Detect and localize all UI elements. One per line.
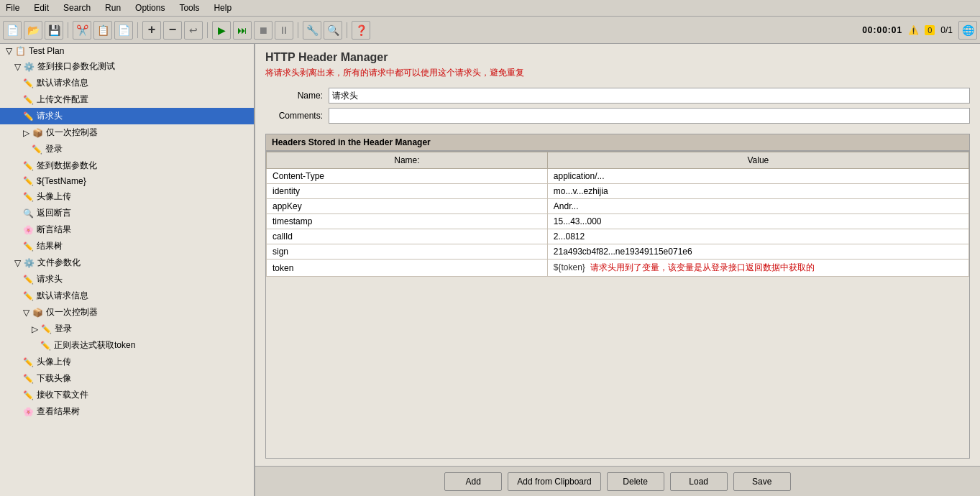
header-name-cell: token (267, 260, 548, 277)
tree-item-receive-download[interactable]: ✏️ 接收下载文件 (0, 387, 254, 403)
add-clipboard-button[interactable]: Add from Clipboard (508, 472, 600, 491)
menu-run[interactable]: Run (102, 1, 124, 14)
cut-button[interactable]: ✂️ (73, 21, 91, 40)
paste-button[interactable]: 📄 (114, 21, 133, 40)
add-button[interactable]: Add (444, 472, 502, 491)
table-row[interactable]: appKeyAndr... (267, 199, 969, 214)
menu-help[interactable]: Help (211, 1, 234, 14)
stop-button[interactable]: ⏹ (254, 21, 273, 40)
tree-item-default-req2[interactable]: ✏️ 默认请求信息 (0, 288, 254, 304)
tree-label: 默认请求信息 (37, 77, 88, 89)
menu-search[interactable]: Search (60, 1, 93, 14)
tree-icon-img: ✏️ (23, 275, 34, 285)
tree-label: 请求头 (37, 110, 63, 122)
tree-icon-img: 🌸 (23, 407, 34, 417)
tree-arrow: ▽ (23, 308, 29, 318)
name-row: Name: (265, 88, 970, 104)
tree-label: 下载头像 (37, 372, 71, 385)
header-value-cell: application/... (547, 169, 968, 184)
run-no-pause-button[interactable]: ⏭ (233, 21, 252, 40)
tree-icon-img: 📦 (32, 308, 43, 318)
globe-button[interactable]: 🌐 (958, 21, 977, 40)
open-button[interactable]: 📂 (24, 21, 42, 40)
toolbar-sep-2 (137, 22, 138, 38)
tree-item-avatar-upload[interactable]: ✏️ 头像上传 (0, 188, 254, 205)
tree-item-view-tree[interactable]: 🌸 查看结果树 (0, 403, 254, 420)
tree-item-download[interactable]: ✏️ 下载头像 (0, 370, 254, 387)
comments-input[interactable] (329, 108, 970, 124)
header-value-cell: Andr... (547, 199, 968, 214)
ratio-display: 0/1 (940, 25, 953, 35)
headers-section-title: Headers Stored in the Header Manager (265, 134, 970, 151)
tree-icon: ▽ (6, 46, 12, 56)
header-value-cell: mo...v...ezhijia (547, 184, 968, 199)
tree-item-login2[interactable]: ▷ ✏️ 登录 (0, 321, 254, 337)
tree-icon-img: ⚙️ (24, 258, 35, 268)
tree-arrow: ▽ (14, 258, 21, 268)
tree-item-avatar-upload2[interactable]: ✏️ 头像上传 (0, 354, 254, 370)
tree-arrow: ▷ (32, 324, 38, 334)
table-row[interactable]: timestamp15...43...000 (267, 214, 969, 229)
header-name-cell: timestamp (267, 214, 548, 229)
menu-tools[interactable]: Tools (176, 1, 202, 14)
add-button[interactable]: + (142, 21, 161, 40)
remove-button[interactable]: − (163, 21, 182, 40)
load-button[interactable]: Load (670, 472, 728, 491)
header-value-cell: 15...43...000 (547, 214, 968, 229)
new-button[interactable]: 📄 (3, 21, 22, 40)
table-row[interactable]: identitymo...v...ezhijia (267, 184, 969, 199)
settings-button[interactable]: 🔧 (303, 21, 321, 40)
menu-file[interactable]: File (3, 1, 22, 14)
tree-item-req-header2[interactable]: ✏️ 请求头 (0, 271, 254, 288)
pause-button[interactable]: ⏸ (275, 21, 293, 40)
tree-icon-img: ✏️ (23, 176, 34, 186)
tree-item-return-assert[interactable]: 🔍 返回断言 (0, 205, 254, 221)
tree-icon-img: ✏️ (23, 161, 34, 171)
tree-label: 请求头 (37, 273, 63, 285)
tree-item-once-controller[interactable]: ▷ 📦 仅一次控制器 (0, 124, 254, 141)
menu-options[interactable]: Options (132, 1, 168, 14)
save-file-button[interactable]: Save (733, 472, 791, 491)
table-row[interactable]: callId2...0812 (267, 229, 969, 244)
run-button[interactable]: ▶ (212, 21, 231, 40)
tree-item-request-header[interactable]: ✏️ 请求头 (0, 108, 254, 124)
tree-item-default-req[interactable]: ✏️ 默认请求信息 (0, 75, 254, 91)
tree-item-regex-token[interactable]: ✏️ 正则表达式获取token (0, 337, 254, 354)
tree-item-data-param[interactable]: ✏️ 签到数据参数化 (0, 157, 254, 174)
search-button[interactable]: 🔍 (324, 21, 342, 40)
tree-item-login[interactable]: ✏️ 登录 (0, 141, 254, 157)
tree-label: 默认请求信息 (37, 290, 88, 302)
tree-item-result-tree[interactable]: ✏️ 结果树 (0, 238, 254, 254)
table-row[interactable]: Content-Typeapplication/... (267, 169, 969, 184)
tree-icon-img: ✏️ (32, 144, 42, 155)
expand-button[interactable]: ↩ (184, 21, 203, 40)
copy-button[interactable]: 📋 (93, 21, 112, 40)
save-button[interactable]: 💾 (45, 21, 63, 40)
tree-item-testplan[interactable]: ▽ 📋 Test Plan (0, 44, 254, 58)
tree-item-file-param[interactable]: ▽ ⚙️ 文件参数化 (0, 254, 254, 271)
toolbar-sep-1 (68, 22, 68, 38)
tree-item-once-ctrl2[interactable]: ▽ 📦 仅一次控制器 (0, 304, 254, 321)
table-row[interactable]: token${token} 请求头用到了变量，该变量是从登录接口返回数据中获取的 (267, 260, 969, 277)
table-row[interactable]: sign21a493cb4f82...ne19349115e071e6 (267, 244, 969, 260)
menu-edit[interactable]: Edit (31, 1, 52, 14)
header-name-cell: identity (267, 184, 548, 199)
tree-item-signin[interactable]: ▽ ⚙️ 签到接口参数化测试 (0, 58, 254, 75)
name-input[interactable] (329, 88, 970, 104)
tree-item-upload-config[interactable]: ✏️ 上传文件配置 (0, 91, 254, 108)
help-button[interactable]: ❓ (352, 21, 370, 40)
tree-icon-img: ✏️ (23, 374, 34, 384)
tree-item-testname[interactable]: ✏️ ${TestName} (0, 174, 254, 188)
tree-icon-img: ✏️ (23, 95, 34, 105)
tree-icon-img: 🔍 (23, 208, 34, 219)
right-panel: HTTP Header Manager 将请求头剥离出来，所有的请求中都可以使用… (255, 44, 980, 496)
tree-icon-img: ✏️ (23, 357, 34, 367)
delete-button[interactable]: Delete (607, 472, 664, 491)
tree-label: 上传文件配置 (37, 93, 88, 106)
header-value-cell: ${token} 请求头用到了变量，该变量是从登录接口返回数据中获取的 (547, 260, 968, 277)
tree-label: 登录 (45, 143, 63, 155)
tree-item-assert-result[interactable]: 🌸 断言结果 (0, 221, 254, 238)
tree-label: 头像上传 (37, 356, 71, 368)
tree-label: 接收下载文件 (37, 389, 88, 401)
tree-icon-img: ✏️ (23, 111, 34, 121)
